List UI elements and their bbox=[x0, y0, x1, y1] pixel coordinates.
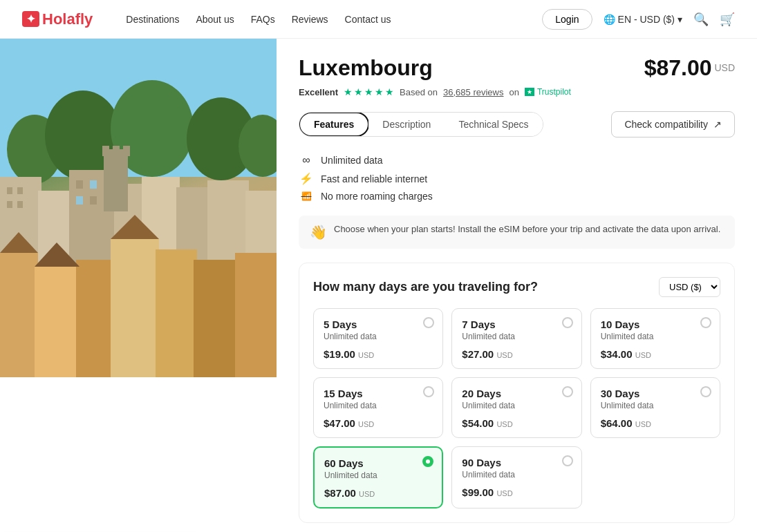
plan-days-4: 20 Days bbox=[462, 388, 571, 399]
cart-button[interactable]: 🛒 bbox=[720, 12, 735, 27]
plan-days-7: 90 Days bbox=[462, 457, 571, 468]
rating-based-on: Based on bbox=[400, 87, 438, 97]
product-header: Luxembourg $87.00 USD bbox=[299, 55, 735, 81]
tab-technical-specs[interactable]: Technical Specs bbox=[445, 113, 542, 136]
product-title: Luxembourg bbox=[299, 55, 433, 81]
plan-card-2[interactable]: 10 Days Unlimited data $34.00 USD bbox=[590, 308, 720, 369]
plan-currency-2: USD bbox=[635, 351, 651, 359]
product-image-col: ✦ Scan the QR code and connect instantly bbox=[0, 39, 277, 532]
plan-radio-1 bbox=[562, 317, 573, 328]
svg-rect-27 bbox=[0, 253, 38, 377]
unlimited-icon: ∞ bbox=[299, 154, 314, 167]
nav-faqs[interactable]: FAQs bbox=[251, 14, 275, 25]
svg-rect-19 bbox=[76, 180, 83, 189]
tab-features[interactable]: Features bbox=[299, 112, 369, 137]
trustpilot-label: Trustpilot bbox=[537, 87, 571, 97]
plan-card-3[interactable]: 15 Days Unlimited data $47.00 USD bbox=[313, 377, 443, 438]
plan-card-1[interactable]: 7 Days Unlimited data $27.00 USD bbox=[451, 308, 581, 369]
rating-on: on bbox=[509, 87, 518, 97]
plan-price-3: $47.00 USD bbox=[324, 417, 433, 429]
plan-days-1: 7 Days bbox=[462, 319, 571, 330]
plan-data-1: Unlimited data bbox=[462, 332, 571, 341]
plan-days-2: 10 Days bbox=[601, 319, 710, 330]
check-compatibility-button[interactable]: Check compatibility ↗ bbox=[611, 111, 735, 137]
external-link-icon: ↗ bbox=[713, 119, 722, 130]
tab-description[interactable]: Description bbox=[368, 113, 445, 136]
feature-item-2: 📶 No more roaming charges bbox=[299, 188, 735, 205]
lang-selector[interactable]: 🌐 EN - USD ($) ▾ bbox=[604, 14, 682, 25]
product-image bbox=[0, 39, 277, 377]
plan-radio-4 bbox=[562, 386, 573, 397]
logo-icon: ✦ bbox=[22, 11, 39, 27]
product-detail: Luxembourg $87.00 USD Excellent ★ ★ ★ ★ … bbox=[277, 39, 757, 532]
svg-rect-17 bbox=[7, 201, 12, 208]
plan-card-4[interactable]: 20 Days Unlimited data $54.00 USD bbox=[451, 377, 581, 438]
feature-text-0: Unlimited data bbox=[321, 155, 383, 166]
no-roaming-icon: 📶 bbox=[299, 191, 314, 201]
reviews-link[interactable]: 36,685 reviews bbox=[443, 87, 503, 97]
svg-rect-25 bbox=[113, 146, 120, 156]
lightning-icon: ⚡ bbox=[299, 172, 314, 185]
plan-radio-5 bbox=[700, 386, 711, 397]
plan-radio-2 bbox=[700, 317, 711, 328]
login-button[interactable]: Login bbox=[542, 9, 592, 30]
nav-reviews[interactable]: Reviews bbox=[292, 14, 328, 25]
svg-rect-23 bbox=[104, 149, 128, 211]
nav-links: Destinations About us FAQs Reviews Conta… bbox=[126, 14, 520, 25]
brand-name: Holafly bbox=[42, 10, 93, 28]
plan-card-7[interactable]: 90 Days Unlimited data $99.00 USD bbox=[451, 446, 581, 509]
page-body: ✦ Scan the QR code and connect instantly… bbox=[0, 39, 757, 532]
product-price: $87.00 bbox=[644, 55, 712, 80]
plan-currency-5: USD bbox=[635, 420, 651, 428]
plan-card-6[interactable]: 60 Days Unlimited data $87.00 USD bbox=[313, 446, 443, 509]
nav-destinations[interactable]: Destinations bbox=[126, 14, 179, 25]
svg-rect-33 bbox=[235, 253, 277, 377]
promo-icon: 👋 bbox=[310, 224, 327, 240]
product-price-block: $87.00 USD bbox=[644, 55, 735, 81]
svg-rect-15 bbox=[7, 187, 12, 194]
star-1: ★ bbox=[344, 86, 353, 97]
nav-about[interactable]: About us bbox=[196, 14, 234, 25]
svg-rect-26 bbox=[123, 146, 130, 156]
svg-rect-29 bbox=[76, 260, 114, 377]
plan-grid: 5 Days Unlimited data $19.00 USD 7 Days … bbox=[313, 308, 720, 509]
plan-price-5: $64.00 USD bbox=[601, 417, 710, 429]
plan-radio-7 bbox=[562, 455, 573, 466]
svg-rect-28 bbox=[35, 267, 80, 377]
feature-text-2: No more roaming charges bbox=[321, 191, 433, 202]
plan-currency-3: USD bbox=[358, 420, 374, 428]
plan-currency-7: USD bbox=[496, 489, 512, 497]
svg-rect-31 bbox=[156, 249, 197, 377]
tab-group: Features Description Technical Specs bbox=[299, 112, 543, 137]
plan-currency-1: USD bbox=[496, 351, 512, 359]
plan-card-5[interactable]: 30 Days Unlimited data $64.00 USD bbox=[590, 377, 720, 438]
star-3: ★ bbox=[364, 86, 373, 97]
nav-contact[interactable]: Contact us bbox=[345, 14, 391, 25]
search-button[interactable]: 🔍 bbox=[693, 12, 709, 27]
plan-price-7: $99.00 USD bbox=[462, 486, 571, 498]
plan-price-6: $87.00 USD bbox=[324, 487, 432, 499]
brand-logo[interactable]: ✦ Holafly bbox=[22, 10, 93, 28]
svg-rect-24 bbox=[102, 146, 109, 156]
svg-rect-30 bbox=[111, 239, 159, 377]
plan-price-0: $19.00 USD bbox=[324, 348, 433, 360]
currency-selector[interactable]: USD ($) bbox=[659, 277, 720, 297]
plan-currency-0: USD bbox=[358, 351, 374, 359]
nav-right: Login 🌐 EN - USD ($) ▾ 🔍 🛒 bbox=[542, 9, 735, 30]
svg-rect-18 bbox=[17, 201, 23, 208]
plan-days-5: 30 Days bbox=[601, 388, 710, 399]
lang-label: EN - USD ($) bbox=[618, 14, 675, 25]
check-compat-label: Check compatibility bbox=[624, 119, 708, 130]
plan-section-title: How many days are you traveling for? bbox=[313, 280, 538, 294]
plan-data-5: Unlimited data bbox=[601, 401, 710, 410]
navbar: ✦ Holafly Destinations About us FAQs Rev… bbox=[0, 0, 757, 39]
price-currency: USD bbox=[714, 62, 735, 73]
plan-currency-4: USD bbox=[496, 420, 512, 428]
plan-section: How many days are you traveling for? USD… bbox=[299, 263, 735, 523]
plan-days-6: 60 Days bbox=[324, 457, 432, 469]
rating-label: Excellent bbox=[299, 87, 338, 97]
plan-price-1: $27.00 USD bbox=[462, 348, 571, 360]
trustpilot-badge: ★ Trustpilot bbox=[525, 87, 571, 97]
promo-text: Choose when your plan starts! Install th… bbox=[334, 224, 720, 234]
plan-card-0[interactable]: 5 Days Unlimited data $19.00 USD bbox=[313, 308, 443, 369]
